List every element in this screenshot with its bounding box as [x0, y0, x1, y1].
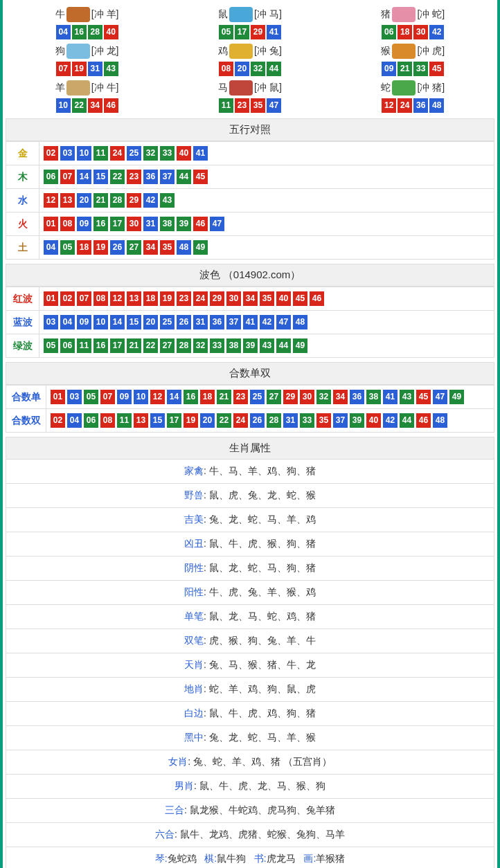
attr-sep: : — [204, 586, 209, 597]
number-ball: 34 — [88, 98, 102, 113]
zodiac-name: 猴 — [381, 45, 391, 57]
number-ball: 21 — [127, 338, 141, 353]
zodiac-clash: [冲 蛇] — [417, 8, 445, 21]
attr-sep: : — [204, 489, 209, 500]
number-ball: 43 — [160, 193, 175, 208]
number-ball: 11 — [117, 413, 132, 428]
attr-value: 鼠、虎、兔、龙、蛇、猴 — [209, 489, 316, 500]
row-label: 红波 — [6, 287, 39, 311]
number-ball: 01 — [51, 390, 65, 404]
table-row: 合数单 010305070910121416182123252729303234… — [6, 386, 494, 409]
number-ball: 45 — [293, 291, 307, 306]
attr-value: 鼠、牛、虎、鸡、狗、猪 — [209, 707, 316, 718]
attr-row: 吉美: 兔、龙、蛇、马、羊、鸡 — [6, 508, 494, 532]
number-ball: 19 — [93, 240, 108, 255]
number-ball: 47 — [276, 315, 291, 329]
zodiac-icon — [392, 7, 416, 22]
zodiac-cell: 牛 [冲 羊] 04162840 — [6, 4, 168, 41]
number-ball: 24 — [110, 146, 125, 161]
number-ball: 44 — [400, 413, 414, 428]
number-ball: 15 — [127, 315, 141, 329]
number-ball: 31 — [88, 62, 102, 76]
number-ball: 18 — [398, 25, 412, 39]
number-ball: 46 — [310, 291, 324, 306]
attr-value: 羊猴猪 — [316, 853, 345, 864]
attr-key: 天肖 — [184, 659, 204, 670]
row-label: 合数双 — [6, 409, 46, 433]
number-ball: 34 — [143, 240, 158, 255]
number-ball: 37 — [160, 170, 175, 184]
number-ball: 24 — [193, 291, 208, 306]
attr-row: 凶丑: 鼠、牛、虎、猴、狗、猪 — [6, 532, 494, 557]
table-row: 蓝波 03040910141520252631363741424748 — [6, 311, 494, 334]
attr-key: 双笔 — [184, 635, 204, 646]
number-ball: 14 — [77, 170, 91, 184]
number-ball: 20 — [200, 413, 215, 428]
attr-sep: : — [175, 829, 180, 840]
row-values: 03040910141520252631363741424748 — [39, 311, 494, 334]
row-values: 02031011242532334041 — [39, 142, 494, 165]
attr-key: 书: — [254, 853, 267, 864]
number-ball: 06 — [84, 413, 98, 428]
number-ball: 37 — [226, 315, 241, 329]
number-ball: 05 — [44, 338, 58, 353]
number-ball: 44 — [276, 338, 291, 353]
number-ball: 41 — [267, 25, 281, 39]
number-ball: 09 — [77, 217, 91, 231]
attr-row: 六合: 鼠牛、龙鸡、虎猪、蛇猴、兔狗、马羊 — [6, 823, 494, 847]
number-ball: 04 — [60, 315, 75, 329]
attr-value: 鼠、龙、马、蛇、鸡、猪 — [209, 611, 316, 622]
number-ball: 45 — [429, 62, 444, 76]
number-ball: 32 — [251, 62, 265, 76]
number-ball: 44 — [177, 170, 191, 184]
number-ball: 10 — [134, 390, 148, 404]
number-ball: 38 — [226, 338, 241, 353]
number-ball: 17 — [235, 25, 249, 39]
number-ball: 21 — [217, 390, 231, 404]
zodiac-clash: [冲 猪] — [417, 82, 445, 94]
zodiac-numbers: 08203244 — [168, 62, 331, 76]
attr-row: 黑中: 兔、龙、蛇、马、羊、猴 — [6, 726, 494, 750]
zodiac-name: 猪 — [381, 8, 391, 21]
row-values: 04051819262734354849 — [39, 236, 494, 260]
number-ball: 09 — [382, 62, 396, 76]
number-ball: 10 — [77, 146, 91, 161]
attr-key: 黑中 — [184, 732, 204, 743]
number-ball: 22 — [143, 338, 158, 353]
zodiac-clash: [冲 鼠] — [254, 82, 282, 94]
attr-value: 虎、猴、狗、兔、羊、牛 — [209, 635, 316, 646]
number-ball: 20 — [77, 193, 91, 208]
table-row: 木 06071415222336374445 — [6, 165, 494, 189]
zodiac-icon — [229, 80, 253, 96]
attr-value: 鼠、牛、虎、猴、狗、猪 — [209, 538, 316, 549]
number-ball: 42 — [429, 25, 444, 39]
number-ball: 35 — [316, 413, 331, 428]
number-ball: 37 — [333, 413, 348, 428]
number-ball: 38 — [366, 390, 381, 404]
number-ball: 48 — [177, 240, 191, 255]
number-ball: 29 — [127, 193, 141, 208]
number-ball: 16 — [184, 390, 198, 404]
number-ball: 26 — [177, 315, 191, 329]
number-ball: 07 — [60, 170, 75, 184]
number-ball: 01 — [44, 291, 58, 306]
number-ball: 45 — [416, 390, 431, 404]
zodiac-clash: [冲 羊] — [91, 8, 119, 21]
number-ball: 42 — [143, 193, 158, 208]
number-ball: 22 — [110, 170, 125, 184]
number-ball: 24 — [398, 98, 412, 113]
number-ball: 28 — [267, 413, 281, 428]
number-ball: 27 — [267, 390, 281, 404]
zodiac-name: 狗 — [55, 45, 65, 57]
zodiac-clash: [冲 龙] — [91, 45, 119, 57]
zodiac-name: 蛇 — [381, 82, 391, 94]
number-ball: 23 — [235, 98, 249, 113]
number-ball: 21 — [93, 193, 108, 208]
number-ball: 46 — [104, 98, 118, 113]
number-ball: 03 — [44, 315, 58, 329]
number-ball: 18 — [77, 240, 91, 255]
number-ball: 30 — [127, 217, 141, 231]
attr-sep: : — [204, 707, 209, 718]
attr-key: 阴性 — [184, 562, 204, 573]
zodiac-icon — [229, 44, 253, 59]
